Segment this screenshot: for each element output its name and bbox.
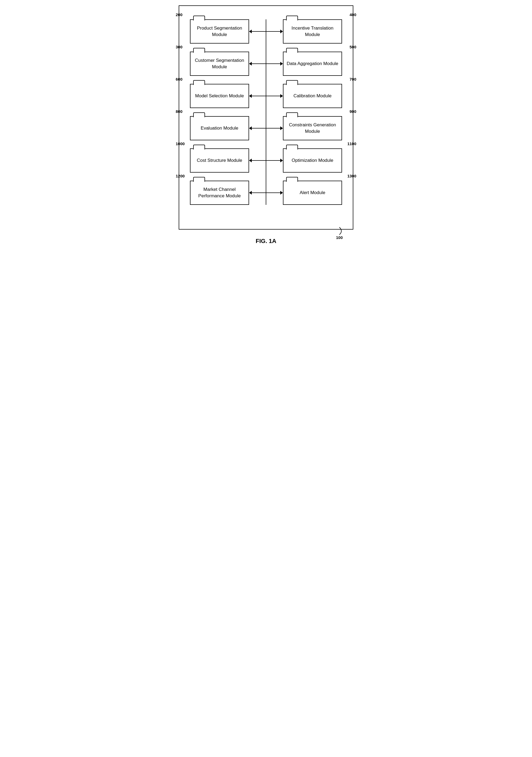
cost-structure-module: 1000 Cost Structure Module	[190, 148, 249, 172]
arrow-right-head-4	[280, 126, 283, 130]
evaluation-label: Evaluation Module	[201, 125, 238, 132]
row-6: 1200 Market Channel Performance Module 1…	[190, 181, 342, 205]
row-5: 1000 Cost Structure Module 1100 Optimiza…	[190, 148, 342, 172]
calibration-module: 700 Calibration Module	[283, 84, 342, 108]
incentive-translation-label: Incentive Translation Module	[286, 25, 339, 38]
bidirectional-arrow-3	[249, 94, 283, 98]
row-2: 300 Customer Segmentation Module 500 Dat…	[190, 52, 342, 76]
arrow-left-head-5	[249, 159, 252, 162]
vertical-center-line	[266, 19, 266, 205]
arrow-left-head-4	[249, 126, 252, 130]
ref-1300: 1300	[347, 173, 356, 179]
incentive-translation-module: 400 Incentive Translation Module	[283, 19, 342, 44]
rows-wrapper: 200 Product Segmentation Module 400 Ince…	[190, 19, 342, 205]
arrow-left-head-1	[249, 30, 252, 33]
arrow-line-2	[252, 63, 280, 64]
row-3: 600 Model Selection Module 700 Calibrati…	[190, 84, 342, 108]
arrow-left-head-6	[249, 191, 252, 195]
optimization-label: Optimization Module	[292, 157, 334, 164]
bidirectional-arrow-2	[249, 62, 283, 66]
row-4: 800 Evaluation Module 900 Constraints Ge…	[190, 116, 342, 140]
curved-line-icon	[334, 227, 345, 235]
constraints-generation-module: 900 Constraints Generation Module	[283, 116, 342, 140]
alert-module: 1300 Alert Module	[283, 181, 342, 205]
calibration-label: Calibration Module	[293, 93, 332, 99]
model-selection-module: 600 Model Selection Module	[190, 84, 249, 108]
arrow-row6	[249, 191, 283, 195]
arrow-row5	[249, 159, 283, 162]
market-channel-label: Market Channel Performance Module	[193, 186, 246, 199]
arrow-right-head-5	[280, 159, 283, 162]
arrow-right-head-6	[280, 191, 283, 195]
alert-label: Alert Module	[300, 190, 325, 196]
ref-1000: 1000	[176, 141, 185, 146]
arrow-line-4	[252, 128, 280, 129]
arrow-line-1	[252, 31, 280, 32]
arrow-line-5	[252, 160, 280, 161]
customer-segmentation-module: 300 Customer Segmentation Module	[190, 52, 249, 76]
ref-600: 600	[176, 76, 182, 82]
constraints-generation-label: Constraints Generation Module	[286, 122, 339, 135]
market-channel-performance-module: 1200 Market Channel Performance Module	[190, 181, 249, 205]
arrow-left-head-3	[249, 94, 252, 98]
arrow-row1	[249, 30, 283, 33]
arrow-line-3	[252, 96, 280, 96]
ref-100: 100	[336, 235, 342, 240]
cost-structure-label: Cost Structure Module	[197, 157, 242, 164]
bidirectional-arrow-5	[249, 159, 283, 162]
fig-caption: FIG. 1A	[255, 238, 276, 245]
ref-700: 700	[350, 76, 356, 82]
arrow-line-6	[252, 193, 280, 193]
model-selection-label: Model Selection Module	[195, 93, 244, 99]
arrow-row3	[249, 94, 283, 98]
ref-1200: 1200	[176, 173, 185, 179]
arrow-row2	[249, 62, 283, 66]
optimization-module: 1100 Optimization Module	[283, 148, 342, 172]
data-aggregation-module: 500 Data Aggregation Module	[283, 52, 342, 76]
customer-segmentation-label: Customer Segmentation Module	[193, 57, 246, 70]
bidirectional-arrow-6	[249, 191, 283, 195]
product-segmentation-module: 200 Product Segmentation Module	[190, 19, 249, 44]
arrow-row4	[249, 126, 283, 130]
ref-800: 800	[176, 108, 182, 114]
ref-400: 400	[350, 12, 356, 17]
arrow-right-head-2	[280, 62, 283, 66]
ref-500: 500	[350, 44, 356, 50]
arrow-right-head-1	[280, 30, 283, 33]
page-container: 200 Product Segmentation Module 400 Ince…	[172, 5, 360, 245]
ref-900: 900	[350, 108, 356, 114]
ref-100-container: 100	[334, 227, 345, 240]
row-1: 200 Product Segmentation Module 400 Ince…	[190, 19, 342, 44]
ref-200: 200	[176, 12, 182, 17]
bidirectional-arrow-4	[249, 126, 283, 130]
evaluation-module: 800 Evaluation Module	[190, 116, 249, 140]
diagram-outer: 200 Product Segmentation Module 400 Ince…	[179, 5, 353, 229]
arrow-right-head-3	[280, 94, 283, 98]
arrow-left-head-2	[249, 62, 252, 66]
data-aggregation-label: Data Aggregation Module	[287, 60, 338, 67]
ref-300: 300	[176, 44, 182, 50]
product-segmentation-label: Product Segmentation Module	[193, 25, 246, 38]
bidirectional-arrow-1	[249, 30, 283, 33]
ref-1100: 1100	[347, 141, 356, 146]
